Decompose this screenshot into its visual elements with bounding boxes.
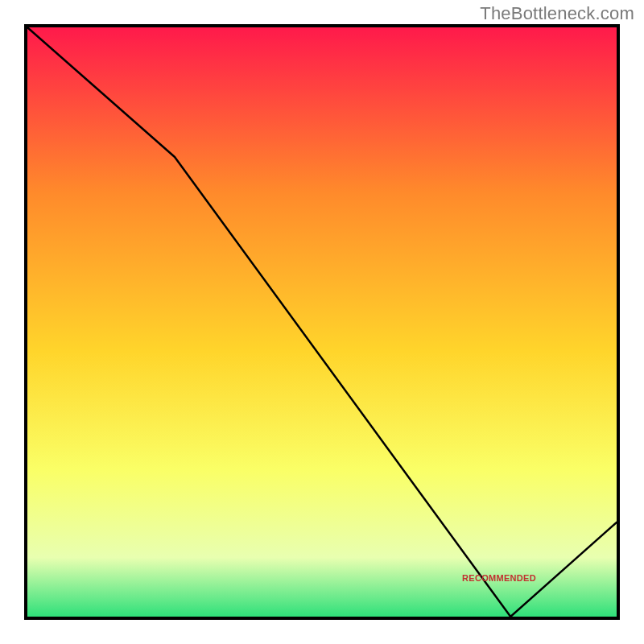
- watermark-text: TheBottleneck.com: [480, 3, 634, 24]
- recommended-label: RECOMMENDED: [462, 573, 536, 583]
- plot-svg: [27, 27, 617, 617]
- gradient-background: [27, 27, 617, 617]
- chart-container: TheBottleneck.com RECOMMENDED: [0, 0, 644, 644]
- plot-area: RECOMMENDED: [24, 24, 620, 620]
